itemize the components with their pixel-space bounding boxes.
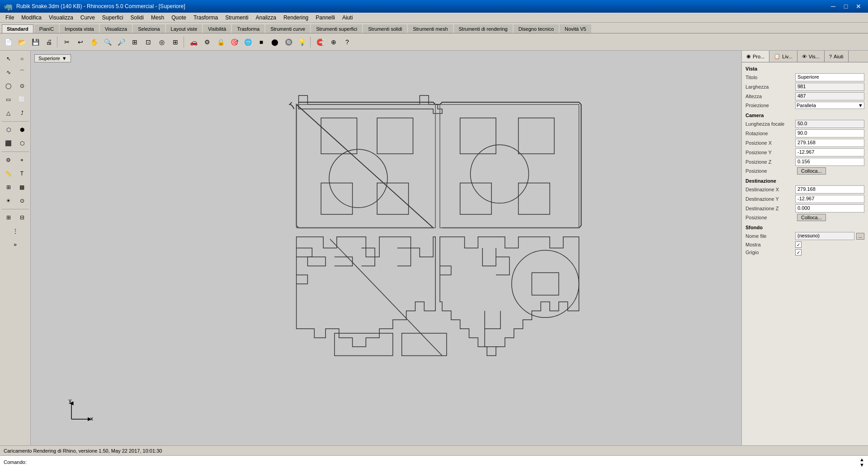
rect-tool[interactable]: ▭ bbox=[2, 93, 15, 106]
zoom2-button[interactable]: 🔎 bbox=[115, 36, 127, 48]
zoom5-button[interactable]: ◎ bbox=[156, 36, 168, 48]
maximize-button[interactable]: □ bbox=[840, 2, 852, 11]
prop-value-titolo[interactable]: Superiore bbox=[795, 73, 864, 81]
solid-tool[interactable]: ⬛ bbox=[2, 137, 15, 150]
menu-item-rendering[interactable]: Rendering bbox=[280, 14, 312, 22]
solid2-tool[interactable]: ⬡ bbox=[16, 137, 28, 150]
zoom3-button[interactable]: ⊞ bbox=[128, 36, 141, 48]
tb-metal[interactable]: 🔘 bbox=[282, 36, 295, 48]
text-tool[interactable]: T bbox=[16, 167, 28, 180]
zoom-button[interactable]: 🔍 bbox=[101, 36, 114, 48]
minimize-button[interactable]: ─ bbox=[827, 2, 839, 11]
expand-tool[interactable]: » bbox=[9, 238, 22, 251]
menu-item-aiuti[interactable]: Aiuti bbox=[339, 14, 356, 22]
right-tab-liv[interactable]: 📋Liv... bbox=[769, 51, 797, 62]
ribbon-tab-standard[interactable]: Standard bbox=[2, 24, 33, 33]
right-tab-vis[interactable]: 👁Vis... bbox=[797, 51, 825, 62]
prop-value-destx[interactable]: 279.168 bbox=[795, 185, 864, 194]
ribbon-tab-novità-v5[interactable]: Novità V5 bbox=[560, 24, 591, 33]
prop-value-destz[interactable]: 0.000 bbox=[795, 204, 864, 213]
menu-item-visualizza[interactable]: Visualizza bbox=[45, 14, 77, 22]
more-tool[interactable]: ⋮ bbox=[9, 225, 22, 237]
mostra-checkbox[interactable] bbox=[795, 241, 802, 248]
tb-sphere[interactable]: ⬤ bbox=[269, 36, 281, 48]
tb-misc1[interactable]: ⚙ bbox=[201, 36, 213, 48]
tb-render[interactable]: 💡 bbox=[296, 36, 308, 48]
colloca-dest-button[interactable]: Colloca... bbox=[797, 214, 826, 221]
cut-button[interactable]: ✂ bbox=[61, 36, 73, 48]
circle-tool[interactable]: ◯ bbox=[2, 80, 15, 92]
prop-value-desty[interactable]: -12.967 bbox=[795, 195, 864, 203]
ribbon-tab-pianic[interactable]: PianiC bbox=[34, 24, 59, 33]
poly-tool[interactable]: △ bbox=[2, 107, 15, 119]
grigio-checkbox[interactable] bbox=[795, 249, 802, 255]
grid-button[interactable]: ⊞ bbox=[169, 36, 182, 48]
grid2-tool[interactable]: ⊟ bbox=[16, 211, 28, 224]
menu-item-solidi[interactable]: Solidi bbox=[127, 14, 147, 22]
ribbon-tab-strumenti-di-rendering[interactable]: Strumenti di rendering bbox=[454, 24, 513, 33]
tb-shaded[interactable]: ■ bbox=[255, 36, 268, 48]
menu-item-superfici[interactable]: Superfici bbox=[99, 14, 127, 22]
prop-value-rotazione[interactable]: 90.0 bbox=[795, 129, 864, 137]
tb-misc2[interactable]: 🔒 bbox=[214, 36, 227, 48]
surface-tool[interactable]: ⬢ bbox=[16, 123, 28, 136]
tb-snap[interactable]: 🧲 bbox=[314, 36, 326, 48]
ribbon-tab-imposta-vista[interactable]: Imposta vista bbox=[60, 24, 99, 33]
window-controls[interactable]: ─ □ ✕ bbox=[827, 2, 864, 11]
camera-left-tool[interactable]: ⊙ bbox=[16, 194, 28, 207]
command-arrows[interactable]: ▲ ▼ bbox=[859, 457, 864, 468]
dim-tool[interactable]: 📏 bbox=[2, 167, 15, 180]
ribbon-tab-layout-viste[interactable]: Layout viste bbox=[166, 24, 203, 33]
viewport[interactable]: Superiore ▼ bbox=[31, 51, 741, 445]
undo-button[interactable]: ↩ bbox=[74, 36, 87, 48]
grid-snap-tool[interactable]: ⊞ bbox=[2, 211, 15, 224]
save-button[interactable]: 💾 bbox=[29, 36, 42, 48]
ribbon-tab-strumenti-solidi[interactable]: Strumenti solidi bbox=[363, 24, 407, 33]
close-button[interactable]: ✕ bbox=[853, 2, 864, 11]
select-tool[interactable]: ↖ bbox=[2, 52, 15, 65]
menu-item-modifica[interactable]: Modifica bbox=[18, 14, 45, 22]
menu-item-analizza[interactable]: Analizza bbox=[252, 14, 280, 22]
render-preview-button[interactable]: 🚗 bbox=[187, 36, 200, 48]
tb-misc3[interactable]: 🎯 bbox=[228, 36, 241, 48]
menu-item-strumenti[interactable]: Strumenti bbox=[222, 14, 252, 22]
menu-item-mesh[interactable]: Mesh bbox=[147, 14, 168, 22]
zoom4-button[interactable]: ⊡ bbox=[142, 36, 155, 48]
ribbon-tab-trasforma[interactable]: Trasforma bbox=[232, 24, 264, 33]
edit-tool[interactable]: ⌖ bbox=[16, 154, 28, 166]
ribbon-tab-strumenti-mesh[interactable]: Strumenti mesh bbox=[408, 24, 453, 33]
browse-file-button[interactable]: ... bbox=[856, 233, 864, 240]
command-input[interactable] bbox=[28, 459, 859, 465]
menu-item-pannelli[interactable]: Pannelli bbox=[312, 14, 339, 22]
pan-button[interactable]: ✋ bbox=[88, 36, 100, 48]
prop-value-posy[interactable]: -12.967 bbox=[795, 148, 864, 156]
menu-item-file[interactable]: File bbox=[2, 14, 18, 22]
prop-value-posx[interactable]: 279.168 bbox=[795, 139, 864, 147]
menu-item-quote[interactable]: Quote bbox=[168, 14, 190, 22]
prop-value-posz[interactable]: 0.156 bbox=[795, 158, 864, 166]
menu-item-trasforma[interactable]: Trasforma bbox=[190, 14, 222, 22]
tb-osnap[interactable]: ⊕ bbox=[327, 36, 340, 48]
curve2-tool[interactable]: ⌒ bbox=[16, 66, 28, 79]
new-button[interactable]: 📄 bbox=[2, 36, 14, 48]
right-tab-pro[interactable]: ◉Pro... bbox=[742, 51, 769, 62]
ribbon-tab-disegno-tecnico[interactable]: Disegno tecnico bbox=[514, 24, 559, 33]
ribbon-tab-visualizza[interactable]: Visualizza bbox=[100, 24, 132, 33]
print-button[interactable]: 🖨 bbox=[42, 36, 55, 48]
circle2-tool[interactable]: ⊙ bbox=[16, 80, 28, 92]
right-tab-aiuti[interactable]: ?Aiuti bbox=[825, 51, 849, 62]
point-tool[interactable]: ○ bbox=[16, 52, 28, 65]
prop-select-proiezione[interactable]: Parallela ▼ bbox=[795, 102, 864, 109]
viewport-menu-button[interactable]: Superiore ▼ bbox=[34, 54, 71, 62]
ribbon-tab-seleziona[interactable]: Seleziona bbox=[133, 24, 165, 33]
ribbon-tab-strumenti-superfici[interactable]: Strumenti superfici bbox=[311, 24, 362, 33]
menu-item-curve[interactable]: Curve bbox=[77, 14, 99, 22]
extrude-tool[interactable]: ⬡ bbox=[2, 123, 15, 136]
tb-misc4[interactable]: 🌐 bbox=[241, 36, 254, 48]
colloca-camera-button[interactable]: Colloca... bbox=[797, 167, 826, 175]
free-tool[interactable]: ⤴ bbox=[16, 107, 28, 119]
ribbon-tab-strumenti-curve[interactable]: Strumenti curve bbox=[265, 24, 310, 33]
open-button[interactable]: 📂 bbox=[15, 36, 28, 48]
light-tool[interactable]: ☀ bbox=[2, 194, 15, 207]
hatch-tool[interactable]: ▩ bbox=[16, 181, 28, 194]
